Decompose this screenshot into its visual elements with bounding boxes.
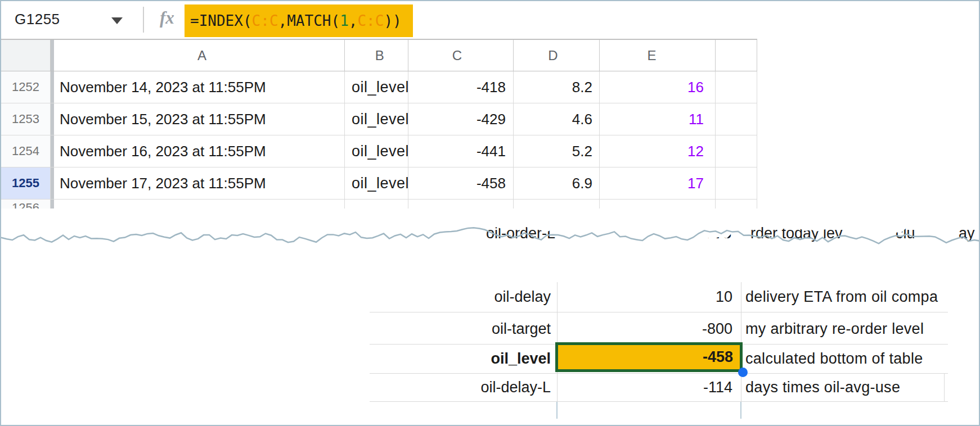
torn-row-desc-fragment: clu — [896, 225, 915, 245]
cell-b1255[interactable]: oil_level — [345, 167, 408, 200]
cell-partial[interactable] — [345, 200, 408, 209]
table-row: 1252 November 14, 2023 at 11:55PM oil_le… — [1, 71, 757, 103]
cell-f1252[interactable] — [716, 71, 757, 103]
range-desc-cell[interactable]: delivery ETA from oil compa — [745, 282, 980, 312]
table-row-selected: 1255 November 17, 2023 at 11:55PM oil_le… — [1, 167, 757, 200]
range-desc-cell[interactable]: calculated bottom of table — [745, 344, 980, 373]
fill-handle[interactable] — [738, 368, 748, 377]
spreadsheet-screenshot: G1255 fx =INDEX(C:C,MATCH(1,C:C)) A B C … — [0, 0, 980, 426]
formula-bar: G1255 fx =INDEX(C:C,MATCH(1,C:C)) — [1, 1, 979, 39]
name-box[interactable]: G1255 — [15, 11, 60, 28]
cell-d1252[interactable]: 8.2 — [514, 71, 600, 103]
cell-a1252[interactable]: November 14, 2023 at 11:55PM — [54, 71, 345, 103]
cell-f1253[interactable] — [716, 103, 757, 135]
cell-e1254[interactable]: 12 — [600, 135, 716, 167]
table-row: oil-target -800 my arbitrary re-order le… — [1, 314, 980, 344]
column-header-e[interactable]: E — [600, 40, 716, 71]
fx-icon: fx — [160, 8, 174, 28]
column-header-c[interactable]: C — [408, 40, 514, 71]
table-row: 1254 November 16, 2023 at 11:55PM oil_le… — [1, 135, 757, 167]
torn-row-desc-fragment: rder today lev — [750, 225, 843, 245]
formula-input[interactable]: =INDEX(C:C,MATCH(1,C:C)) — [185, 4, 413, 37]
cell-b1253[interactable]: oil_level — [345, 103, 408, 135]
range-name-cell[interactable]: oil_level — [370, 344, 551, 373]
cell-partial[interactable] — [514, 200, 600, 209]
formula-token: ,MATCH( — [278, 12, 340, 29]
row-header-partial[interactable]: 1256 — [1, 200, 51, 209]
formula-token: =INDEX( — [190, 12, 252, 29]
cell-d1253[interactable]: 4.6 — [514, 103, 600, 135]
selected-cell[interactable]: -458 — [555, 342, 743, 372]
cell-partial[interactable] — [600, 200, 716, 209]
cell-c1255[interactable]: -458 — [408, 167, 514, 200]
table-row: 1253 November 15, 2023 at 11:55PM oil_le… — [1, 103, 757, 135]
gridline — [740, 402, 741, 419]
cell-f1255[interactable] — [716, 167, 757, 200]
cell-c1253[interactable]: -429 — [408, 103, 514, 135]
gridline — [556, 402, 558, 419]
gridline — [370, 312, 948, 312]
table-row: oil-delay 10 delivery ETA from oil compa — [1, 282, 980, 312]
column-header-d[interactable]: D — [514, 40, 600, 71]
range-desc-cell[interactable]: days times oil-avg-use — [745, 373, 980, 401]
cell-d1254[interactable]: 5.2 — [514, 135, 600, 167]
cell-d1255[interactable]: 6.9 — [514, 167, 600, 200]
range-value-cell[interactable]: -800 — [557, 314, 732, 344]
cell-b1254[interactable]: oil_level — [345, 135, 408, 167]
range-name-cell[interactable]: oil-target — [370, 314, 551, 344]
row-header[interactable]: 1254 — [1, 135, 51, 167]
range-value-cell[interactable]: 10 — [557, 282, 732, 312]
cell-f1254[interactable] — [716, 135, 757, 167]
cell-partial[interactable] — [54, 200, 345, 209]
formula-range-token: C:C — [357, 12, 384, 29]
cell-e1253[interactable]: 11 — [600, 103, 716, 135]
column-header-b[interactable]: B — [345, 40, 408, 71]
range-name-cell[interactable]: oil-delay-L — [370, 373, 551, 401]
divider — [143, 7, 144, 33]
table-row-selected: oil_level calculated bottom of table — [1, 344, 980, 373]
gridline — [370, 401, 948, 402]
cell-a1255[interactable]: November 17, 2023 at 11:55PM — [54, 167, 345, 200]
torn-row-label: oil-order-L — [370, 225, 555, 245]
cell-a1254[interactable]: November 16, 2023 at 11:55PM — [54, 135, 345, 167]
formula-token: )) — [384, 12, 401, 29]
sheet-grid: A B C D E 1252 November 14, 2023 at 11:5… — [1, 39, 757, 209]
torn-row-desc-fragment: ay — [959, 225, 975, 245]
torn-row-value: -573 — [557, 225, 731, 245]
row-header-selected[interactable]: 1255 — [1, 167, 51, 200]
cell-partial[interactable] — [716, 200, 757, 209]
row-header[interactable]: 1252 — [1, 71, 51, 103]
cell-c1254[interactable]: -441 — [408, 135, 514, 167]
column-header-a[interactable]: A — [54, 40, 345, 71]
range-name-cell[interactable]: oil-delay — [370, 282, 551, 312]
cell-e1252[interactable]: 16 — [600, 71, 716, 103]
partial-row: 1256 — [1, 200, 757, 209]
corner-cell[interactable] — [1, 40, 51, 71]
formula-range-token: C:C — [252, 12, 278, 29]
range-value-cell[interactable]: -114 — [557, 373, 732, 401]
cell-e1255[interactable]: 17 — [600, 167, 716, 200]
row-header[interactable]: 1253 — [1, 103, 51, 135]
column-header-f[interactable] — [716, 40, 757, 71]
name-box-dropdown-icon[interactable] — [111, 17, 123, 24]
formula-token: , — [349, 12, 358, 29]
range-desc-cell[interactable]: my arbitrary re-order level — [745, 314, 980, 344]
cell-a1253[interactable]: November 15, 2023 at 11:55PM — [54, 103, 345, 135]
formula-number-token: 1 — [340, 12, 349, 29]
cell-partial[interactable] — [408, 200, 514, 209]
table-row: oil-delay-L -114 days times oil-avg-use — [1, 373, 980, 401]
cell-b1252[interactable]: oil_level — [345, 71, 408, 103]
cell-c1252[interactable]: -418 — [408, 71, 514, 103]
column-header-row: A B C D E — [1, 39, 757, 71]
